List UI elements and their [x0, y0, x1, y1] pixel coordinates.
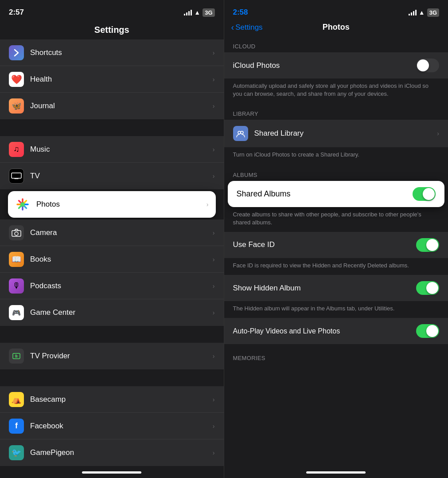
- tvprovider-icon: [9, 349, 24, 364]
- photos-settings-content: ICLOUD iCloud Photos Automatically uploa…: [224, 36, 448, 468]
- toggle-knob-3: [426, 239, 438, 251]
- settings-item-gamecenter[interactable]: 🎮 Game Center ›: [0, 299, 224, 326]
- face-id-description: Face ID is required to view the Hidden a…: [224, 258, 448, 275]
- shared-library-chevron: ›: [437, 130, 439, 137]
- books-chevron: ›: [213, 256, 215, 263]
- use-face-id-row[interactable]: Use Face ID: [224, 232, 448, 258]
- shortcuts-chevron: ›: [213, 49, 215, 56]
- signal-icon-right: [409, 9, 417, 16]
- battery-icon: 3G: [203, 8, 214, 17]
- books-label: Books: [30, 255, 213, 264]
- photos-settings-panel: 2:58 ▲ 3G ‹ Settings Photos ICLOUD iClou…: [224, 0, 448, 478]
- library-section-label: LIBRARY: [224, 103, 448, 120]
- settings-item-books[interactable]: 📖 Books ›: [0, 246, 224, 273]
- settings-item-tv[interactable]: TV ›: [0, 163, 224, 189]
- settings-item-podcasts[interactable]: 🎙 Podcasts ›: [0, 273, 224, 299]
- tv-label: TV: [30, 172, 213, 180]
- battery-icon-right: 3G: [427, 8, 439, 17]
- signal-icon: [184, 9, 192, 16]
- group-spacer-1: [0, 120, 224, 136]
- autoplay-toggle[interactable]: [416, 324, 439, 338]
- wifi-icon: ▲: [194, 9, 200, 16]
- face-id-toggle[interactable]: [416, 238, 439, 252]
- autoplay-group: Auto-Play Videos and Live Photos: [224, 318, 448, 344]
- settings-item-music[interactable]: ♫ Music ›: [0, 136, 224, 163]
- journal-icon: 🦋: [9, 98, 24, 114]
- tvprovider-label: TV Provider: [30, 352, 213, 360]
- svg-point-5: [238, 131, 241, 134]
- tv-icon: [9, 168, 24, 184]
- photos-chevron: ›: [206, 201, 209, 208]
- music-icon: ♫: [9, 142, 24, 157]
- gamecenter-icon: 🎮: [9, 305, 24, 320]
- use-face-id-label: Use Face ID: [233, 240, 417, 249]
- hidden-album-group: Show Hidden Album: [224, 275, 448, 301]
- settings-list: Shortcuts › ❤️ Health › 🦋 Journal ›: [0, 39, 224, 468]
- settings-item-photos[interactable]: Photos ›: [8, 191, 216, 218]
- shared-albums-card: Shared Albums: [228, 181, 445, 207]
- back-label: Settings: [235, 23, 262, 32]
- hidden-album-description: The Hidden album will appear in the Albu…: [224, 301, 448, 318]
- back-button[interactable]: ‹ Settings: [231, 22, 263, 32]
- basecamp-label: Basecamp: [30, 395, 213, 404]
- facebook-icon: f: [9, 419, 24, 434]
- back-chevron-icon: ‹: [231, 22, 234, 32]
- gamepigeon-chevron: ›: [213, 449, 215, 456]
- status-icons-right: ▲ 3G: [409, 8, 439, 17]
- faceid-group: Use Face ID: [224, 232, 448, 258]
- photos-icon: [15, 197, 30, 212]
- facebook-chevron: ›: [213, 423, 215, 430]
- shared-library-label: Shared Library: [254, 129, 437, 138]
- photos-highlight-wrapper: Photos ›: [4, 191, 220, 218]
- navigation-bar-right: ‹ Settings Photos: [224, 22, 448, 36]
- autoplay-videos-label: Auto-Play Videos and Live Photos: [233, 327, 417, 335]
- show-hidden-toggle[interactable]: [416, 281, 439, 295]
- shared-albums-row[interactable]: Shared Albums: [228, 181, 445, 207]
- basecamp-icon: ⛺: [9, 392, 24, 407]
- group-media: ♫ Music › TV ›: [0, 136, 224, 189]
- shared-library-row[interactable]: Shared Library ›: [224, 120, 448, 147]
- tv-chevron: ›: [213, 172, 215, 180]
- health-icon: ❤️: [9, 72, 24, 87]
- settings-item-journal[interactable]: 🦋 Journal ›: [0, 93, 224, 119]
- music-chevron: ›: [213, 146, 215, 153]
- icloud-photos-toggle[interactable]: [416, 59, 439, 72]
- podcasts-label: Podcasts: [30, 282, 213, 290]
- svg-rect-0: [12, 173, 21, 178]
- journal-label: Journal: [30, 102, 213, 110]
- group-thirdparty: ⛺ Basecamp › f Facebook › 🐦 GamePigeon ›: [0, 386, 224, 466]
- settings-item-basecamp[interactable]: ⛺ Basecamp ›: [0, 386, 224, 413]
- show-hidden-album-label: Show Hidden Album: [233, 284, 417, 293]
- icloud-photos-row[interactable]: iCloud Photos: [224, 52, 448, 78]
- status-bar-right: 2:58 ▲ 3G: [224, 0, 448, 22]
- settings-item-camera[interactable]: Camera ›: [0, 219, 224, 246]
- gamepigeon-label: GamePigeon: [30, 448, 213, 457]
- settings-item-facebook[interactable]: f Facebook ›: [0, 413, 224, 439]
- settings-item-tvprovider[interactable]: TV Provider ›: [0, 343, 224, 369]
- shared-albums-description: Create albums to share with other people…: [224, 207, 448, 232]
- status-icons-left: ▲ 3G: [184, 8, 214, 17]
- camera-chevron: ›: [213, 229, 215, 236]
- settings-item-health[interactable]: ❤️ Health ›: [0, 66, 224, 93]
- group-spacer-2: [0, 327, 224, 343]
- shared-albums-label: Shared Albums: [237, 189, 413, 199]
- shared-albums-toggle[interactable]: [413, 187, 436, 201]
- time-right: 2:58: [233, 8, 248, 17]
- time-left: 2:57: [9, 8, 24, 17]
- basecamp-chevron: ›: [213, 396, 215, 403]
- memories-section-label: MEMORIES: [224, 348, 448, 364]
- autoplay-videos-row[interactable]: Auto-Play Videos and Live Photos: [224, 318, 448, 344]
- toggle-knob: [417, 59, 429, 71]
- shortcuts-label: Shortcuts: [30, 48, 213, 57]
- svg-point-3: [15, 232, 18, 235]
- albums-section-label: ALBUMS: [224, 165, 448, 181]
- settings-item-shortcuts[interactable]: Shortcuts ›: [0, 39, 224, 66]
- svg-point-6: [241, 131, 243, 134]
- music-label: Music: [30, 145, 213, 154]
- camera-icon: [9, 225, 24, 240]
- icloud-group: iCloud Photos: [224, 52, 448, 78]
- settings-item-gamepigeon[interactable]: 🐦 GamePigeon ›: [0, 439, 224, 466]
- show-hidden-album-row[interactable]: Show Hidden Album: [224, 275, 448, 301]
- library-group: Shared Library ›: [224, 120, 448, 147]
- journal-chevron: ›: [213, 102, 215, 110]
